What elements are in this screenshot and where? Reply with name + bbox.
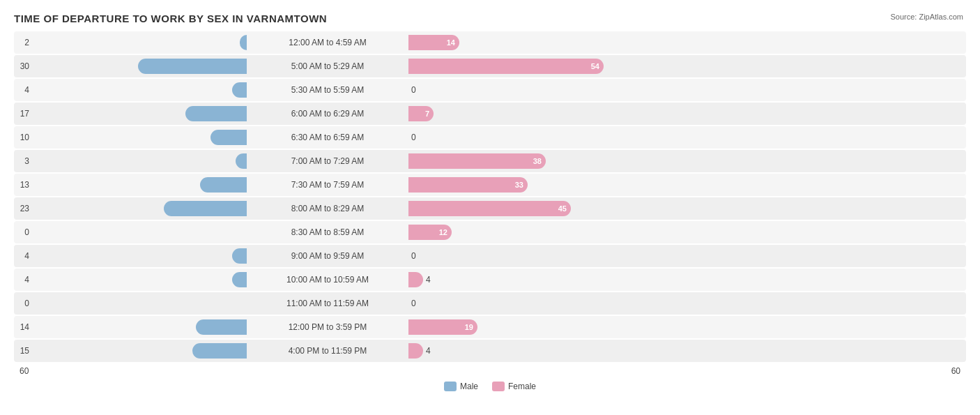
time-label: 7:00 AM to 7:29 AM (251, 156, 404, 166)
time-label: 9:00 AM to 9:59 AM (251, 251, 404, 261)
time-label: 8:30 AM to 8:59 AM (251, 227, 404, 237)
time-label: 10:00 AM to 10:59 AM (251, 275, 404, 285)
left-section: 0 (14, 225, 251, 240)
male-bar (210, 130, 247, 145)
legend-male: Male (444, 382, 478, 391)
male-bar-wrap (32, 201, 247, 216)
male-bar-wrap (32, 35, 247, 50)
female-badge: 45 (558, 204, 567, 213)
right-section: 3333 (404, 177, 966, 193)
right-section: 1414 (404, 35, 966, 50)
left-section: 30 (14, 59, 251, 74)
left-section: 4 (14, 82, 251, 98)
male-bar (185, 106, 247, 121)
male-bar-wrap (32, 82, 247, 98)
left-section: 4 (14, 248, 251, 264)
x-axis-right: 60 (404, 366, 966, 376)
male-value: 10 (14, 133, 29, 142)
chart-container: TIME OF DEPARTURE TO WORK BY SEX IN VARN… (0, 0, 980, 412)
bar-row: 305:00 AM to 5:29 AM5454 (14, 55, 966, 77)
male-bar-wrap (32, 177, 247, 193)
male-bar (138, 59, 247, 74)
left-section: 0 (14, 296, 251, 311)
male-value: 30 (14, 61, 29, 71)
male-value: 17 (14, 109, 29, 119)
legend: Male Female (14, 382, 966, 391)
female-badge: 19 (465, 323, 473, 331)
left-section: 23 (14, 201, 251, 216)
female-badge: 7 (425, 110, 429, 118)
female-badge: 14 (447, 38, 455, 47)
legend-female-box (492, 382, 505, 391)
male-bar-wrap (32, 130, 247, 145)
male-value: 14 (14, 322, 29, 332)
right-section: 4 (404, 343, 966, 359)
female-badge: 38 (533, 157, 542, 165)
male-value: 15 (14, 346, 29, 356)
chart-title: TIME OF DEPARTURE TO WORK BY SEX IN VARN… (14, 13, 966, 24)
bar-row: 1412:00 PM to 3:59 PM1919 (14, 316, 966, 338)
left-section: 13 (14, 177, 251, 193)
male-bar (236, 153, 247, 169)
male-bar (164, 201, 247, 216)
right-section: 1212 (404, 225, 966, 240)
male-bar-wrap (32, 272, 247, 287)
right-section: 4545 (404, 201, 966, 216)
right-section: 0 (404, 130, 966, 145)
female-bar: 14 (408, 35, 459, 50)
left-section: 2 (14, 35, 251, 50)
time-label: 7:30 AM to 7:59 AM (251, 180, 404, 190)
female-badge: 33 (515, 181, 523, 189)
male-bar-wrap (32, 296, 247, 311)
x-axis-left: 60 (14, 366, 251, 376)
male-bar-wrap (32, 343, 247, 359)
x-axis: 60 60 (14, 366, 966, 376)
left-section: 14 (14, 319, 251, 335)
left-section: 17 (14, 106, 251, 121)
male-bar-wrap (32, 59, 247, 74)
male-bar (240, 35, 247, 50)
right-section: 3838 (404, 153, 966, 169)
male-bar-wrap (32, 106, 247, 121)
male-value: 4 (14, 85, 29, 95)
female-bar: 54 (408, 59, 604, 74)
female-bar: 45 (408, 201, 571, 216)
left-section: 4 (14, 272, 251, 287)
male-bar-wrap (32, 225, 247, 240)
male-bar-wrap (32, 319, 247, 335)
male-value: 13 (14, 180, 29, 190)
bar-row: 011:00 AM to 11:59 AM0 (14, 292, 966, 315)
male-value: 4 (14, 251, 29, 261)
left-section: 15 (14, 343, 251, 359)
right-section: 0 (404, 296, 966, 311)
time-label: 8:00 AM to 8:29 AM (251, 204, 404, 213)
bar-row: 154:00 PM to 11:59 PM4 (14, 340, 966, 362)
legend-male-label: Male (460, 382, 478, 391)
time-label: 6:30 AM to 6:59 AM (251, 133, 404, 142)
bar-row: 137:30 AM to 7:59 AM3333 (14, 174, 966, 196)
male-bar (200, 177, 247, 193)
bar-row: 176:00 AM to 6:29 AM77 (14, 103, 966, 125)
right-section: 1919 (404, 319, 966, 335)
right-section: 0 (404, 248, 966, 264)
legend-female: Female (492, 382, 536, 391)
bar-row: 08:30 AM to 8:59 AM1212 (14, 221, 966, 243)
male-bar (232, 248, 247, 264)
female-bar: 7 (408, 106, 434, 121)
bar-row: 238:00 AM to 8:29 AM4545 (14, 197, 966, 220)
bar-row: 106:30 AM to 6:59 AM0 (14, 126, 966, 149)
right-section: 0 (404, 82, 966, 98)
time-label: 5:30 AM to 5:59 AM (251, 85, 404, 95)
time-label: 4:00 PM to 11:59 PM (251, 346, 404, 356)
male-value: 4 (14, 275, 29, 285)
female-badge: 54 (591, 62, 599, 70)
male-bar-wrap (32, 248, 247, 264)
male-bar (192, 343, 247, 359)
legend-male-box (444, 382, 457, 391)
bar-row: 410:00 AM to 10:59 AM4 (14, 269, 966, 291)
female-value: 0 (411, 133, 427, 142)
male-bar (232, 82, 247, 98)
male-value: 23 (14, 204, 29, 213)
male-value: 3 (14, 156, 29, 166)
male-value: 0 (14, 299, 29, 308)
